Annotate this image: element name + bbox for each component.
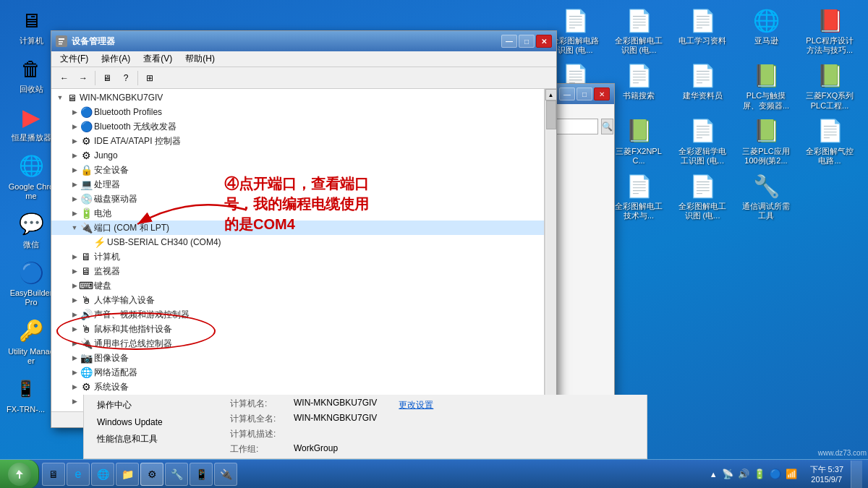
tree-item-bt-wireless[interactable]: ▶ 🔵 Bluetooth 无线收发器 (51, 119, 544, 134)
action-center-link[interactable]: 操作中心 (93, 398, 208, 413)
port-expand: ▼ (69, 222, 80, 234)
desktop-icon-chrome[interactable]: 🌐 Google Chrome (6, 152, 56, 201)
taskbar-btn-1[interactable]: e (67, 463, 90, 486)
menu-help[interactable]: 帮助(H) (179, 51, 221, 67)
desktop-icon-shusou[interactable]: 📄 书籍搜索 (613, 61, 664, 100)
desktop-icon-quancai5[interactable]: 📄 全彩图解电工技术与... (613, 171, 664, 221)
toolbar-forward[interactable]: → (75, 70, 92, 86)
desktop-icon-sanling[interactable]: 📗 三菱FXQ系列PLC工程... (804, 61, 855, 110)
close-button[interactable]: ✕ (536, 35, 552, 48)
tree-item-bt-profiles[interactable]: ▶ 🔵 Bluetooth Profiles (51, 105, 544, 119)
desktop-icon-quancai2[interactable]: 📄 全彩图解电工识图 (电... (613, 6, 664, 55)
search-button[interactable]: 🔍 (601, 119, 613, 134)
desktop-icon-fx[interactable]: 📱 FX-TRN-... (6, 374, 46, 424)
window-titlebar: 设备管理器 — □ ✕ (51, 31, 556, 51)
desktop-icon-plc1[interactable]: 📕 PLC程序设计方法与技巧... (804, 6, 855, 55)
tree-item-mouse[interactable]: ▶ 🖱 鼠标和其他指针设备 (51, 322, 544, 336)
taskbar-icon-1: e (70, 466, 86, 482)
tree-item-smc[interactable]: ▶ 🔌 通用串行总线控制器 (51, 336, 544, 351)
show-desktop-button[interactable] (851, 461, 862, 488)
clock[interactable]: 下午 5:37 2015/9/7 (806, 464, 848, 484)
description-label: 计算机描述: (230, 428, 288, 440)
menu-file[interactable]: 文件(F) (54, 51, 94, 67)
desktop-icon-quancai4[interactable]: 📄 全彩图解气控电路... (804, 116, 855, 166)
menu-action[interactable]: 操作(A) (95, 51, 136, 67)
cpu-expand: ▶ (69, 179, 80, 190)
scroll-track[interactable] (546, 100, 556, 400)
desktop-icon-plctuch[interactable]: 📗 PLC与触摸屏、变频器... (741, 61, 791, 110)
plc1-label: PLC程序设计方法与技巧... (805, 36, 854, 55)
display-expand: ▶ (69, 395, 80, 407)
taskbar-btn-3[interactable]: 📁 (116, 463, 139, 486)
taskbar-btn-5[interactable]: 🔧 (165, 463, 188, 486)
secondary-window-controls: — □ ✕ (559, 87, 610, 100)
desktop-icon-computer[interactable]: 🖥 计算机 (6, 6, 56, 46)
desktop-icon-quancaiX[interactable]: 📄 全彩逻辑学电工识图 (电... (677, 116, 728, 166)
desktop-icon-sanlinga[interactable]: 📗 三菱FX2NPLC... (613, 116, 664, 166)
dianxue-label: 电工学习资料 (678, 36, 726, 46)
bt-wireless-expand: ▶ (69, 121, 80, 132)
info-right: 计算机名: WIN-MKNGBKU7GIV 计算机全名: WIN-MKNGBKU… (230, 398, 377, 455)
desktop-icon-quancai1[interactable]: 📄 全彩图解电路识图 (电... (550, 6, 600, 55)
tree-item-jungo[interactable]: ▶ ⚙ Jungo (51, 148, 544, 163)
taskbar-btn-4[interactable]: ⚙ (140, 463, 163, 486)
clock-date: 2015/9/7 (810, 475, 843, 484)
tree-item-image[interactable]: ▶ 📷 图像设备 (51, 351, 544, 365)
tree-item-system[interactable]: ▶ ⚙ 系统设备 (51, 380, 544, 394)
image-icon: 📷 (80, 352, 92, 364)
desktop-icon-jianhziliao[interactable]: 📄 建华资料员 (677, 61, 728, 100)
window-title-icon (56, 35, 67, 47)
mouse-icon: 🖱 (80, 323, 92, 335)
secondary-minimize[interactable]: — (559, 87, 575, 100)
tree-item-net[interactable]: ▶ 🌐 网络适配器 (51, 365, 544, 380)
scroll-thumb[interactable] (546, 100, 556, 129)
tree-item-sound[interactable]: ▶ 🔊 声音、视频和游戏控制器 (51, 307, 544, 322)
desktop-icon-quancai6[interactable]: 📄 全彩图解电工识图 (电... (677, 171, 728, 221)
recycle-icon: 🗑 (17, 54, 46, 83)
secondary-maximize[interactable]: □ (576, 87, 592, 100)
description-row: 计算机描述: (230, 428, 377, 440)
tree-item-ide[interactable]: ▶ ⚙ IDE ATA/ATAPI 控制器 (51, 134, 544, 148)
desktop-icon-weixin[interactable]: 💬 微信 (6, 210, 56, 249)
minimize-button[interactable]: — (501, 35, 517, 48)
secondary-close[interactable]: ✕ (594, 87, 610, 100)
toolbar-computer[interactable]: 🖥 (98, 70, 116, 86)
taskbar-btn-0[interactable]: 🖥 (42, 463, 65, 486)
info-bar-content: 操作中心 Windows Update 性能信息和工具 计算机名: WIN-MK… (93, 398, 638, 455)
system-expand: ▶ (69, 381, 80, 393)
taskbar-btn-6[interactable]: 📱 (190, 463, 213, 486)
systray-signal: 📶 (786, 468, 797, 479)
maximize-button[interactable]: □ (519, 35, 535, 48)
smc-icon: 🔌 (80, 338, 92, 349)
toolbar-view[interactable]: ⊞ (141, 70, 158, 86)
desktop-icon-easybuilder[interactable]: 🔵 EasyBuilder Pro (6, 258, 56, 307)
quancai6-icon: 📄 (688, 171, 717, 200)
computer-name-row: 计算机名: WIN-MKNGBKU7GIV (230, 398, 377, 410)
change-settings-link[interactable]: 更改设置 (399, 399, 433, 411)
scrollbar[interactable]: ▲ ▼ (545, 89, 556, 411)
desktop-icon-hengxing[interactable]: ▶ 恒星播放器 (6, 103, 56, 142)
hengxing-icon-label: 恒星播放器 (12, 133, 51, 142)
desktop-icon-sanling100[interactable]: 📗 三菱PLC应用100例(第2... (741, 116, 791, 166)
toolbar-sep1 (95, 71, 95, 85)
desktop-icon-amazon[interactable]: 🌐 亚马逊 (741, 6, 791, 46)
performance-link[interactable]: 性能信息和工具 (93, 432, 208, 447)
desktop-icon-recycle[interactable]: 🗑 回收站 (6, 54, 56, 94)
scroll-up[interactable]: ▲ (545, 89, 557, 100)
desktop-icon-dianxue[interactable]: 📄 电工学习资料 (677, 6, 728, 46)
taskbar-btn-7[interactable]: 🔌 (214, 463, 237, 486)
menu-view[interactable]: 查看(V) (137, 51, 178, 67)
windows-update-link[interactable]: Windows Update (93, 416, 208, 429)
root-expand-icon: ▼ (54, 92, 66, 103)
toolbar-help[interactable]: ? (117, 70, 135, 86)
systray-expand[interactable]: ▲ (710, 470, 718, 479)
start-button[interactable] (0, 460, 39, 489)
desktop-icon-utility[interactable]: 🔑 Utility Manager (6, 317, 56, 366)
systray-volume: 🔊 (738, 468, 749, 479)
taskbar-btn-2[interactable]: 🌐 (91, 463, 114, 486)
tree-root[interactable]: ▼ 🖥 WIN-MKNGBKU7GIV (51, 90, 544, 105)
tree-root-label: WIN-MKNGBKU7GIV (80, 93, 163, 103)
desktop-icon-tongxin[interactable]: 🔧 通信调试所需工具 (741, 171, 791, 221)
quancaiX-icon: 📄 (688, 116, 717, 145)
toolbar-back[interactable]: ← (56, 70, 73, 86)
